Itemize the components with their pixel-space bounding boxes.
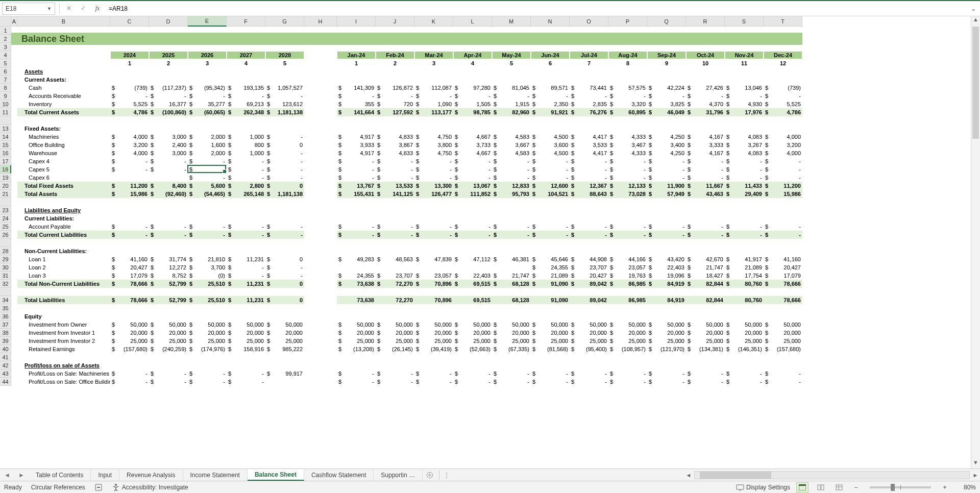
cell-value[interactable]: 50,000 — [337, 321, 376, 329]
cell-value[interactable]: - — [570, 223, 608, 231]
cell-value[interactable]: 50,000 — [686, 321, 725, 329]
cell-value[interactable]: 48,563 — [376, 255, 414, 263]
row-header[interactable]: 35 — [0, 304, 11, 312]
cell-value[interactable]: 126,477 — [414, 190, 453, 198]
cell-value[interactable]: 69,213 — [227, 100, 265, 108]
cell-value[interactable]: - — [492, 223, 531, 231]
cell-value[interactable]: - — [570, 174, 608, 182]
cell-value[interactable]: 1,181,138 — [265, 108, 304, 116]
cell-value[interactable]: 50,000 — [149, 321, 188, 329]
cell-value[interactable]: 78,666 — [110, 296, 149, 304]
cell-value[interactable]: 57,575 — [608, 84, 647, 92]
cell-value[interactable] — [149, 174, 188, 182]
cell-value[interactable]: - — [686, 174, 725, 182]
cell-value[interactable]: 20,000 — [188, 329, 227, 337]
cell-value[interactable]: (26,145) — [376, 345, 414, 353]
cell-value[interactable]: (739) — [110, 84, 149, 92]
cell-value[interactable]: 97,280 — [453, 84, 492, 92]
cell-value[interactable]: - — [376, 165, 414, 174]
cell-value[interactable]: - — [376, 223, 414, 231]
cell-value[interactable]: 46,049 — [647, 108, 686, 116]
cell-value[interactable]: 81,045 — [492, 84, 531, 92]
macro-record-icon[interactable] — [94, 483, 103, 491]
cell-value[interactable]: 3,825 — [647, 100, 686, 108]
cell-value[interactable]: 25,000 — [492, 337, 531, 345]
cell-value[interactable]: 80,760 — [725, 280, 764, 288]
cell-value[interactable]: - — [149, 369, 188, 378]
cell-value[interactable]: 4,417 — [570, 133, 608, 141]
cell-value[interactable]: 80,760 — [725, 296, 764, 304]
cell-value[interactable]: - — [725, 223, 764, 231]
insert-function-button[interactable] — [90, 5, 105, 12]
select-all-corner[interactable] — [0, 16, 11, 27]
column-header[interactable]: F — [227, 16, 265, 27]
row-header[interactable]: 28 — [0, 247, 11, 255]
cell-value[interactable]: 52,799 — [149, 296, 188, 304]
tab-nav-prev[interactable]: ◄ — [0, 469, 14, 481]
row-header[interactable]: 3 — [0, 43, 11, 51]
row-header[interactable]: 20 — [0, 182, 11, 190]
cell-value[interactable]: - — [764, 174, 802, 182]
cell-value[interactable]: - — [647, 165, 686, 174]
cell-value[interactable]: - — [414, 165, 453, 174]
cell-value[interactable]: (739) — [764, 84, 802, 92]
cell-value[interactable]: - — [337, 92, 376, 100]
cell-value[interactable]: 8,752 — [149, 272, 188, 280]
cell-value[interactable]: 4,083 — [725, 133, 764, 141]
cell-value[interactable]: - — [686, 157, 725, 165]
cell-value[interactable] — [337, 263, 376, 272]
cell-value[interactable]: - — [265, 157, 304, 165]
cell-value[interactable]: 89,042 — [570, 296, 608, 304]
cell-value[interactable]: - — [686, 378, 725, 386]
cell-value[interactable]: - — [608, 369, 647, 378]
cell-value[interactable]: - — [110, 157, 149, 165]
row-header[interactable] — [0, 288, 11, 296]
cell-value[interactable]: 4,083 — [725, 149, 764, 157]
column-header[interactable]: L — [453, 16, 492, 27]
cell-value[interactable]: - — [265, 174, 304, 182]
cell-value[interactable] — [453, 263, 492, 272]
sheet-tab[interactable]: Revenue Analysis — [119, 469, 183, 481]
cell-value[interactable]: - — [149, 157, 188, 165]
cell-value[interactable]: 20,427 — [764, 263, 802, 272]
cell-value[interactable]: 50,000 — [376, 321, 414, 329]
cell-value[interactable]: (121,970) — [647, 345, 686, 353]
cell-value[interactable]: 20,000 — [376, 329, 414, 337]
cell-value[interactable]: 4,786 — [764, 108, 802, 116]
cell-value[interactable]: (157,680) — [110, 345, 149, 353]
cell-value[interactable]: - — [492, 92, 531, 100]
cell-value[interactable]: 17,754 — [725, 272, 764, 280]
cell-value[interactable]: - — [414, 157, 453, 165]
cell-value[interactable]: 4,667 — [453, 133, 492, 141]
cell-value[interactable]: - — [110, 92, 149, 100]
cell-value[interactable]: 98,785 — [453, 108, 492, 116]
cell-value[interactable]: - — [188, 369, 227, 378]
cell-value[interactable]: 84,919 — [647, 280, 686, 288]
cell-value[interactable]: (146,351) — [725, 345, 764, 353]
cell-value[interactable]: 8,400 — [149, 182, 188, 190]
cell-value[interactable]: 4,500 — [531, 133, 570, 141]
cell-value[interactable]: - — [414, 223, 453, 231]
cell-value[interactable]: - — [608, 92, 647, 100]
cell-value[interactable]: 2,350 — [531, 100, 570, 108]
cell-value[interactable]: 20,000 — [227, 329, 265, 337]
cell-value[interactable]: - — [453, 92, 492, 100]
row-header[interactable]: 43 — [0, 369, 11, 378]
cell-value[interactable]: 20,000 — [265, 329, 304, 337]
row-header[interactable]: 38 — [0, 329, 11, 337]
cell-value[interactable]: - — [188, 174, 227, 182]
cell-value[interactable]: - — [647, 369, 686, 378]
cell-value[interactable]: 22,403 — [453, 272, 492, 280]
cell-value[interactable]: 4,833 — [376, 133, 414, 141]
cell-value[interactable]: - — [725, 231, 764, 239]
column-header[interactable]: K — [414, 16, 453, 27]
cell-value[interactable]: 3,700 — [188, 263, 227, 272]
cell-value[interactable]: 0 — [265, 141, 304, 149]
cell-value[interactable]: 1,090 — [414, 100, 453, 108]
cell-value[interactable]: 1,000 — [227, 133, 265, 141]
cell-value[interactable]: 31,796 — [686, 108, 725, 116]
cell-value[interactable]: 57,949 — [647, 190, 686, 198]
hscroll-thumb[interactable] — [700, 472, 771, 479]
cell-value[interactable]: - — [265, 92, 304, 100]
status-accessibility[interactable]: Accessibility: Investigate — [122, 484, 188, 491]
